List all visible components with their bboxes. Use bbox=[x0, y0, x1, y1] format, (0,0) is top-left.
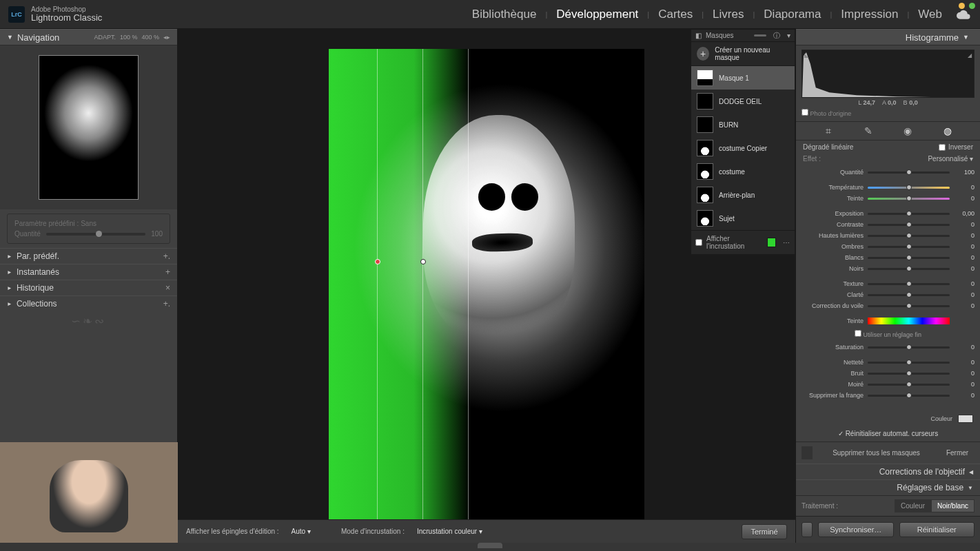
mask-item[interactable]: costume Copier bbox=[691, 136, 795, 160]
slider-track[interactable] bbox=[868, 224, 950, 226]
drag-handle-icon[interactable] bbox=[754, 34, 766, 37]
zoom-400[interactable]: 400 % bbox=[141, 34, 159, 41]
overlay-options-icon[interactable]: ⋯ bbox=[783, 239, 790, 247]
slider-correction-du-voile[interactable]: Correction du voile0 bbox=[802, 300, 974, 311]
slider-supprimer-la-frange[interactable]: Supprimer la frange0 bbox=[802, 390, 974, 401]
panel-switch-icon[interactable] bbox=[802, 522, 813, 537]
slider-knob[interactable] bbox=[906, 360, 912, 365]
panel-action-icon[interactable]: +. bbox=[163, 251, 170, 261]
close-masks-button[interactable]: Fermer bbox=[940, 446, 974, 459]
slider-track[interactable] bbox=[868, 362, 950, 364]
bottom-edge-handle[interactable] bbox=[478, 543, 502, 548]
slider-track[interactable] bbox=[868, 257, 950, 259]
overlay-color-swatch[interactable] bbox=[767, 238, 776, 247]
panel-collections[interactable]: ▼Collections+. bbox=[0, 295, 177, 311]
slider-contraste[interactable]: Contraste0 bbox=[802, 219, 974, 230]
slider-blancs[interactable]: Blancs0 bbox=[802, 252, 974, 263]
invert-checkbox[interactable] bbox=[939, 144, 946, 151]
masks-panel[interactable]: ◧ Masques ⓘ ▾ + Créer un nouveau masque … bbox=[691, 29, 795, 255]
treatment-bw-button[interactable]: Noir/blanc bbox=[931, 499, 974, 512]
mask-item[interactable]: costume bbox=[691, 160, 795, 183]
zoom-fit[interactable]: ADAPT. bbox=[94, 34, 116, 41]
slider-track[interactable] bbox=[868, 187, 950, 189]
slider-teinte[interactable]: Teinte bbox=[802, 315, 974, 326]
panel-action-icon[interactable]: + bbox=[165, 267, 170, 277]
clip-highlights-icon[interactable]: ◢ bbox=[968, 52, 972, 59]
zoom-100[interactable]: 100 % bbox=[120, 34, 138, 41]
slider-hautes-lumi-res[interactable]: Hautes lumières0 bbox=[802, 230, 974, 241]
slider-knob[interactable] bbox=[906, 266, 912, 271]
clip-shadows-icon[interactable]: ◣ bbox=[804, 52, 808, 59]
slider-knob[interactable] bbox=[906, 344, 912, 350]
mask-item[interactable]: DODGE OEIL bbox=[691, 90, 795, 113]
slider-moir-[interactable]: Moiré0 bbox=[802, 379, 974, 390]
color-swatch[interactable] bbox=[958, 415, 973, 423]
info-icon[interactable]: ⓘ bbox=[773, 31, 780, 41]
amount-slider[interactable] bbox=[46, 233, 146, 236]
slider-track[interactable] bbox=[868, 213, 950, 215]
slider-knob[interactable] bbox=[906, 233, 912, 238]
slider-knob[interactable] bbox=[906, 211, 912, 216]
slider-track[interactable] bbox=[868, 171, 950, 174]
done-button[interactable]: Terminé bbox=[742, 524, 787, 539]
navigator-header[interactable]: ▼ Navigation ADAPT. 100 % 400 % ◂▸ bbox=[0, 29, 177, 45]
slider-nettet-[interactable]: Netteté0 bbox=[802, 357, 974, 368]
navigator-thumbnail[interactable] bbox=[0, 45, 177, 209]
slider-knob[interactable] bbox=[906, 303, 912, 309]
effect-preset-dropdown[interactable]: Personnalisé ▾ bbox=[928, 155, 973, 163]
slider-knob[interactable] bbox=[906, 244, 912, 249]
mask-item[interactable]: Sujet bbox=[691, 207, 795, 230]
zoom-menu-icon[interactable]: ◂▸ bbox=[163, 34, 170, 41]
panel-par-pr-d-f-[interactable]: ▼Par. prédéf.+. bbox=[0, 248, 177, 264]
slider-texture[interactable]: Texture0 bbox=[802, 278, 974, 289]
gradient-line[interactable] bbox=[468, 49, 469, 523]
module-tab-diaporama[interactable]: Diaporama bbox=[755, 8, 830, 21]
slider-quantit-[interactable]: Quantité100 bbox=[802, 167, 974, 178]
treatment-color-button[interactable]: Couleur bbox=[895, 499, 931, 512]
basic-panel-header[interactable]: Réglages de base▼ bbox=[796, 479, 980, 495]
original-photo-checkbox[interactable] bbox=[802, 109, 808, 116]
pins-dropdown[interactable]: Auto ▾ bbox=[292, 528, 311, 535]
slider-knob[interactable] bbox=[906, 382, 912, 387]
slider-track[interactable] bbox=[868, 294, 950, 296]
slider-track[interactable] bbox=[868, 235, 950, 237]
slider-track[interactable] bbox=[868, 395, 950, 397]
image-canvas[interactable] bbox=[329, 49, 644, 523]
slider-track[interactable] bbox=[868, 198, 950, 200]
slider-temp-rature[interactable]: Température0 bbox=[802, 182, 974, 193]
slider-track[interactable] bbox=[868, 384, 950, 386]
panel-switch-icon[interactable] bbox=[802, 446, 813, 459]
slider-saturation[interactable]: Saturation0 bbox=[802, 342, 974, 353]
mask-item[interactable]: Arrière-plan bbox=[691, 183, 795, 207]
close-icon[interactable]: ▾ bbox=[787, 32, 790, 39]
reset-button[interactable]: Réinitialiser bbox=[899, 522, 975, 537]
histogram-header[interactable]: Histogramme▼ bbox=[796, 29, 980, 45]
lens-corrections-header[interactable]: Corrections de l'objectif◀ bbox=[796, 464, 980, 479]
module-tab-impression[interactable]: Impression bbox=[832, 8, 907, 21]
panel-action-icon[interactable]: +. bbox=[163, 299, 170, 309]
slider-track[interactable] bbox=[868, 318, 950, 324]
slider-bruit[interactable]: Bruit0 bbox=[802, 368, 974, 379]
module-tab-bibliothèque[interactable]: Bibliothèque bbox=[463, 8, 546, 21]
mask-item[interactable]: Masque 1 bbox=[691, 66, 795, 90]
slider-ombres[interactable]: Ombres0 bbox=[802, 241, 974, 252]
slider-knob[interactable] bbox=[906, 169, 912, 175]
slider-exposition[interactable]: Exposition0,00 bbox=[802, 208, 974, 219]
slider-noirs[interactable]: Noirs0 bbox=[802, 263, 974, 274]
heal-tool-icon[interactable]: ✎ bbox=[863, 125, 874, 136]
slider-knob[interactable] bbox=[906, 292, 912, 298]
slider-knob[interactable] bbox=[906, 222, 912, 227]
gradient-line[interactable] bbox=[422, 49, 423, 523]
slider-track[interactable] bbox=[868, 246, 950, 248]
slider-knob[interactable] bbox=[906, 196, 912, 201]
crop-tool-icon[interactable]: ⌗ bbox=[823, 125, 834, 136]
slider-knob[interactable] bbox=[906, 255, 912, 260]
slider-track[interactable] bbox=[868, 283, 950, 285]
slider-track[interactable] bbox=[868, 373, 950, 375]
slider-knob[interactable] bbox=[906, 281, 912, 287]
gradient-line[interactable] bbox=[377, 49, 378, 523]
slider-knob[interactable] bbox=[906, 393, 912, 398]
slider-knob[interactable] bbox=[906, 371, 912, 376]
slider-teinte[interactable]: Teinte0 bbox=[802, 193, 974, 204]
module-tab-développement[interactable]: Développement bbox=[547, 8, 647, 21]
